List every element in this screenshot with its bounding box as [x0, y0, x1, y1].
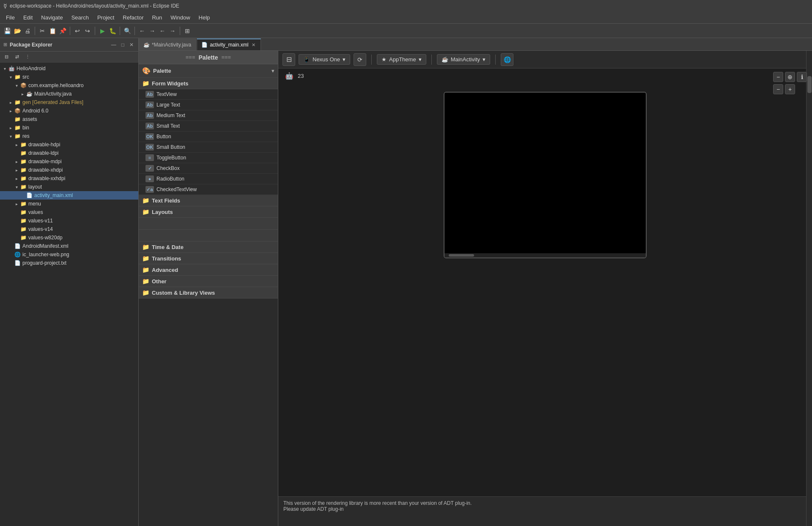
palette-category-time-date[interactable]: 📁Time & Date	[139, 241, 278, 253]
editor-tab-activity-main-xml[interactable]: 📄activity_main.xml✕	[197, 38, 261, 50]
palette-category-other[interactable]: 📁Other	[139, 276, 278, 287]
zoom-info-btn[interactable]: ℹ	[797, 72, 807, 82]
canvas-activity-button[interactable]: ☕ MainActivity ▾	[437, 54, 490, 65]
menu-item-navigate[interactable]: Navigate	[37, 13, 67, 22]
canvas-main[interactable]	[278, 83, 812, 496]
palette-category-transitions[interactable]: 📁Transitions	[139, 253, 278, 264]
tree-item-mainact[interactable]: ▸☕MainActivity.java	[0, 90, 138, 98]
tree-arrow-bin[interactable]: ▸	[8, 126, 14, 130]
pe-minimize[interactable]: —	[110, 42, 118, 48]
canvas-device-button[interactable]: 📱 Nexus One ▾	[299, 54, 350, 65]
palette-item-checkedtextview[interactable]: ✓aCheckedTextView	[139, 184, 278, 195]
tree-arrow-layout[interactable]: ▾	[14, 185, 19, 189]
toolbar-prev[interactable]: ←	[158, 26, 167, 36]
palette-category-layouts[interactable]: 📁Layouts	[139, 206, 278, 218]
tree-item-activity-main-xml[interactable]: 📄activity_main.xml	[0, 191, 138, 200]
pe-maximize[interactable]: □	[120, 42, 126, 48]
tree-item-androidmanifest[interactable]: 📄AndroidManifest.xml	[0, 242, 138, 250]
tree-arrow-com[interactable]: ▾	[14, 83, 19, 88]
toolbar-undo[interactable]: ↩	[73, 26, 82, 36]
menu-item-edit[interactable]: Edit	[19, 13, 37, 22]
menu-item-search[interactable]: Search	[67, 13, 93, 22]
tree-arrow-src[interactable]: ▾	[8, 75, 14, 79]
tree-arrow-drawable-xxhdpi[interactable]: ▸	[14, 176, 19, 181]
palette-item-button[interactable]: OKButton	[139, 132, 278, 142]
palette-item-radiobutton[interactable]: ●RadioButton	[139, 174, 278, 184]
tree-arrow-gen[interactable]: ▸	[8, 100, 14, 105]
tree-item-ic-launcher[interactable]: 🌐ic_launcher-web.png	[0, 250, 138, 259]
pe-menu[interactable]: ⋮	[23, 52, 32, 62]
palette-item-togglebutton[interactable]: ≡ToggleButton	[139, 153, 278, 163]
palette-item-small-button[interactable]: OKSmall Button	[139, 142, 278, 153]
zoom-fit-btn[interactable]: ⊕	[785, 72, 795, 82]
toolbar-save[interactable]: 💾	[3, 26, 12, 36]
tree-arrow-menu[interactable]: ▸	[14, 202, 19, 206]
palette-item-large-text[interactable]: AbLarge Text	[139, 100, 278, 110]
toolbar-next[interactable]: →	[168, 26, 177, 36]
tree-item-values-w820dp[interactable]: 📁values-w820dp	[0, 233, 138, 242]
tree-item-values-v14[interactable]: 📁values-v14	[0, 225, 138, 233]
toolbar-forward-back[interactable]: →	[148, 26, 157, 36]
menu-item-window[interactable]: Window	[166, 13, 194, 22]
tree-item-values[interactable]: 📁values	[0, 208, 138, 216]
tree-arrow-res[interactable]: ▾	[8, 134, 14, 139]
tree-arrow-mainact[interactable]: ▸	[19, 92, 25, 96]
tree-item-res[interactable]: ▾📁res	[0, 132, 138, 140]
tree-item-android60[interactable]: ▸📦Android 6.0	[0, 107, 138, 115]
palette-item-small-text[interactable]: AbSmall Text	[139, 121, 278, 132]
canvas-orientation-btn[interactable]: ⟳	[354, 53, 366, 66]
tree-item-values-v11[interactable]: 📁values-v11	[0, 216, 138, 225]
tree-item-gen[interactable]: ▸📁gen [Generated Java Files]	[0, 98, 138, 107]
tree-item-assets[interactable]: 📁assets	[0, 115, 138, 123]
toolbar-paste[interactable]: 📌	[58, 26, 67, 36]
menu-item-project[interactable]: Project	[93, 13, 118, 22]
toolbar-run[interactable]: ▶	[98, 26, 107, 36]
toolbar-debug[interactable]: 🐛	[108, 26, 117, 36]
tree-arrow-helloandroid[interactable]: ▾	[2, 66, 8, 71]
palette-category-text-fields[interactable]: 📁Text Fields	[139, 195, 278, 206]
phone-scrollbar[interactable]	[444, 253, 646, 258]
zoom-minus-btn[interactable]: −	[773, 72, 783, 82]
pe-close[interactable]: ✕	[128, 42, 135, 48]
zoom-plus-btn[interactable]: +	[785, 84, 795, 94]
menu-item-help[interactable]: Help	[195, 13, 214, 22]
toolbar-open[interactable]: 📂	[13, 26, 22, 36]
palette-item-medium-text[interactable]: AbMedium Text	[139, 110, 278, 121]
tree-item-drawable-ldpi[interactable]: 📁drawable-ldpi	[0, 149, 138, 157]
palette-item-checkbox[interactable]: ✓CheckBox	[139, 163, 278, 174]
canvas-theme-button[interactable]: ★ AppTheme ▾	[377, 54, 426, 65]
toolbar-back[interactable]: ←	[137, 26, 147, 36]
tree-item-drawable-xxhdpi[interactable]: ▸📁drawable-xxhdpi	[0, 174, 138, 183]
right-scroll-thumb[interactable]	[807, 76, 812, 93]
toolbar-cut[interactable]: ✂	[38, 26, 47, 36]
palette-dropdown-icon[interactable]: ▾	[272, 68, 274, 74]
palette-category-form-widgets[interactable]: 📁Form Widgets	[139, 78, 278, 89]
toolbar-print[interactable]: 🖨	[23, 26, 32, 36]
tree-item-com[interactable]: ▾📦com.example.helloandro	[0, 81, 138, 90]
phone-scrollbar-thumb[interactable]	[449, 254, 474, 257]
right-scrollbar[interactable]	[806, 51, 812, 526]
toolbar-search[interactable]: 🔍	[123, 26, 132, 36]
toolbar-redo[interactable]: ↪	[83, 26, 92, 36]
canvas-icon-btn-layout[interactable]: ⊟	[283, 53, 295, 66]
tree-item-helloandroid[interactable]: ▾🤖HelloAndroid	[0, 64, 138, 73]
palette-category-custom-library[interactable]: 📁Custom & Library Views	[139, 287, 278, 299]
tree-item-proguard[interactable]: 📄proguard-project.txt	[0, 259, 138, 267]
tree-item-layout[interactable]: ▾📁layout	[0, 183, 138, 191]
tree-arrow-drawable-hdpi[interactable]: ▸	[14, 142, 19, 147]
palette-item-textview[interactable]: AbTextView	[139, 89, 278, 100]
menu-item-run[interactable]: Run	[148, 13, 166, 22]
tree-item-src[interactable]: ▾📁src	[0, 73, 138, 81]
tree-item-menu[interactable]: ▸📁menu	[0, 200, 138, 208]
tree-item-bin[interactable]: ▸📁bin	[0, 123, 138, 132]
tree-arrow-drawable-xhdpi[interactable]: ▸	[14, 168, 19, 173]
tree-arrow-drawable-mdpi[interactable]: ▸	[14, 159, 19, 164]
toolbar-copy[interactable]: 📋	[48, 26, 57, 36]
editor-tab-close[interactable]: ✕	[251, 42, 256, 48]
palette-category-advanced[interactable]: 📁Advanced	[139, 264, 278, 276]
pe-link-editor[interactable]: ⇄	[12, 52, 22, 62]
menu-item-refactor[interactable]: Refactor	[118, 13, 148, 22]
menu-item-file[interactable]: File	[2, 13, 19, 22]
tree-item-drawable-mdpi[interactable]: ▸📁drawable-mdpi	[0, 157, 138, 166]
editor-tab--mainactivity-java[interactable]: ☕*MainActivity.java	[139, 38, 196, 50]
